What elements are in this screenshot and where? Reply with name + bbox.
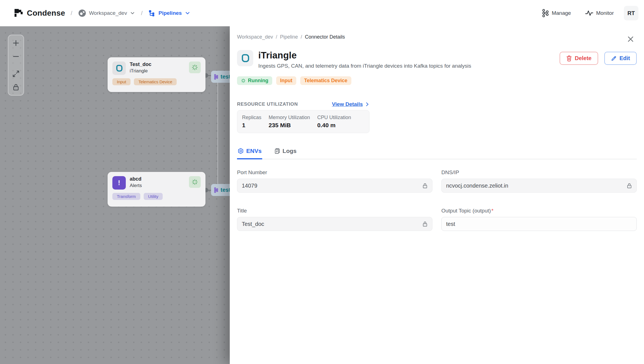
chevron-down-icon bbox=[130, 10, 135, 16]
pipeline-edge bbox=[217, 82, 218, 185]
lock-icon bbox=[422, 183, 428, 189]
stat-value: 235 MiB bbox=[269, 122, 310, 129]
workspace-globe-icon bbox=[78, 9, 86, 17]
node-titles: Test_doc iTriangle bbox=[130, 62, 151, 74]
condense-logo-icon bbox=[14, 8, 23, 18]
resource-utilization-header: RESOURCE UTILIZATION View Details bbox=[237, 101, 370, 107]
stat-label: Replicas bbox=[242, 115, 261, 120]
node-tag: Telematics Device bbox=[134, 78, 177, 85]
tab-envs[interactable]: ENVs bbox=[237, 148, 262, 159]
pipelines-switcher[interactable]: Pipelines bbox=[148, 10, 191, 17]
workspace-switcher[interactable]: Workspace_dev bbox=[78, 9, 136, 17]
running-status-badge: Running bbox=[237, 76, 272, 85]
breadcrumb-current: Connector Details bbox=[305, 34, 345, 40]
chevron-down-icon bbox=[184, 10, 191, 16]
view-details-link[interactable]: View Details bbox=[332, 101, 370, 107]
zoom-out-button[interactable] bbox=[12, 53, 20, 60]
status-badges: Running Input Telematics Device bbox=[237, 76, 637, 85]
port-number-value[interactable] bbox=[242, 183, 419, 189]
manage-label: Manage bbox=[552, 10, 571, 16]
resource-stats-card: Replicas 1 Memory Utilization 235 MiB CP… bbox=[237, 110, 370, 133]
output-topic-input[interactable] bbox=[441, 217, 637, 231]
nav-left: Condense / Workspace_dev / bbox=[14, 8, 191, 18]
breadcrumb-pipeline[interactable]: Pipeline bbox=[280, 34, 298, 40]
required-asterisk: * bbox=[491, 208, 493, 214]
dns-ip-field: DNS/IP bbox=[441, 169, 637, 193]
topic-pill-test[interactable]: test bbox=[211, 71, 230, 83]
trash-icon bbox=[566, 55, 572, 62]
replicas-stat: Replicas 1 bbox=[242, 115, 261, 129]
node-subtitle: iTriangle bbox=[130, 68, 151, 74]
connector-title: iTriangle bbox=[258, 50, 471, 61]
output-topic-label-text: Output Topic (output) bbox=[441, 208, 491, 214]
edit-button[interactable]: Edit bbox=[604, 52, 637, 65]
node-test-doc[interactable]: Test_doc iTriangle Input Telematics Devi… bbox=[108, 57, 205, 92]
node-titles: abcd Alerts bbox=[130, 176, 142, 188]
output-topic-value[interactable] bbox=[446, 221, 632, 227]
pencil-icon bbox=[611, 56, 617, 61]
stat-value: 1 bbox=[242, 122, 261, 129]
topic-pill-label: test bbox=[221, 74, 230, 80]
port-number-input[interactable] bbox=[237, 179, 432, 193]
kafka-topic-icon bbox=[214, 187, 218, 193]
zoom-in-button[interactable] bbox=[12, 39, 20, 47]
resource-utilization-title: RESOURCE UTILIZATION bbox=[237, 101, 298, 107]
delete-button[interactable]: Delete bbox=[560, 52, 598, 65]
app-root: Condense / Workspace_dev / bbox=[0, 0, 644, 364]
port-number-label: Port Number bbox=[237, 169, 432, 176]
itriangle-node-icon bbox=[112, 62, 126, 75]
node-header: Test_doc iTriangle bbox=[112, 62, 201, 75]
envs-hexagon-icon bbox=[238, 148, 244, 154]
spinner-icon bbox=[241, 78, 246, 83]
title-field: Title bbox=[237, 208, 432, 231]
stat-value: 0.40 m bbox=[317, 122, 351, 129]
node-running-spinner-icon bbox=[189, 176, 201, 188]
pipeline-canvas[interactable]: Test_doc iTriangle Input Telematics Devi… bbox=[0, 26, 230, 364]
monitor-nav-button[interactable]: Monitor bbox=[581, 10, 618, 16]
manage-nav-button[interactable]: Manage bbox=[538, 9, 575, 17]
workspace-name: Workspace_dev bbox=[89, 10, 127, 16]
lock-icon bbox=[422, 221, 428, 227]
dns-ip-input[interactable] bbox=[441, 179, 637, 193]
canvas-toolbar bbox=[8, 35, 24, 96]
monitor-pulse-icon bbox=[585, 10, 593, 16]
node-running-spinner-icon bbox=[189, 62, 201, 73]
breadcrumb-workspace[interactable]: Workspace_dev bbox=[237, 34, 273, 40]
topic-pill-label: test bbox=[221, 187, 230, 193]
nav-right: Manage Monitor RT bbox=[538, 6, 638, 20]
itriangle-connector-icon bbox=[237, 50, 253, 66]
tab-logs[interactable]: Logs bbox=[274, 148, 297, 159]
dns-ip-value[interactable] bbox=[446, 183, 623, 189]
tab-label: Logs bbox=[283, 148, 297, 154]
running-label: Running bbox=[248, 78, 268, 84]
node-header: ! abcd Alerts bbox=[112, 176, 201, 190]
alert-exclamation: ! bbox=[118, 179, 120, 187]
kafka-topic-icon bbox=[214, 74, 218, 80]
connector-title-block: iTriangle Ingests GPS, CAN, and telemetr… bbox=[258, 50, 471, 69]
output-topic-label: Output Topic (output)* bbox=[441, 208, 637, 214]
breadcrumb-separator: / bbox=[141, 10, 143, 16]
connector-actions: Delete Edit bbox=[560, 50, 637, 65]
lock-icon bbox=[627, 183, 632, 189]
node-abcd[interactable]: ! abcd Alerts Transform Utility bbox=[108, 172, 205, 207]
node-title: Test_doc bbox=[130, 62, 151, 67]
user-avatar[interactable]: RT bbox=[624, 6, 638, 20]
close-panel-button[interactable] bbox=[625, 34, 636, 45]
lock-canvas-button[interactable] bbox=[13, 83, 19, 91]
tab-label: ENVs bbox=[246, 148, 262, 154]
node-tag: Input bbox=[112, 78, 131, 85]
node-tags: Input Telematics Device bbox=[112, 78, 201, 85]
fit-view-button[interactable] bbox=[12, 70, 20, 78]
node-tag: Transform bbox=[112, 193, 140, 200]
dns-ip-label: DNS/IP bbox=[441, 169, 637, 176]
connector-description: Ingests GPS, CAN, and telemetry data fro… bbox=[258, 63, 471, 69]
node-subtitle: Alerts bbox=[130, 183, 142, 188]
title-value[interactable] bbox=[242, 221, 419, 227]
topic-pill-test[interactable]: test bbox=[211, 184, 230, 196]
title-input[interactable] bbox=[237, 217, 432, 231]
brand[interactable]: Condense bbox=[14, 8, 65, 18]
chevron-right-icon bbox=[365, 102, 370, 107]
category-badge: Telematics Device bbox=[300, 76, 351, 85]
node-title: abcd bbox=[130, 176, 142, 182]
pipelines-label: Pipelines bbox=[158, 10, 182, 16]
